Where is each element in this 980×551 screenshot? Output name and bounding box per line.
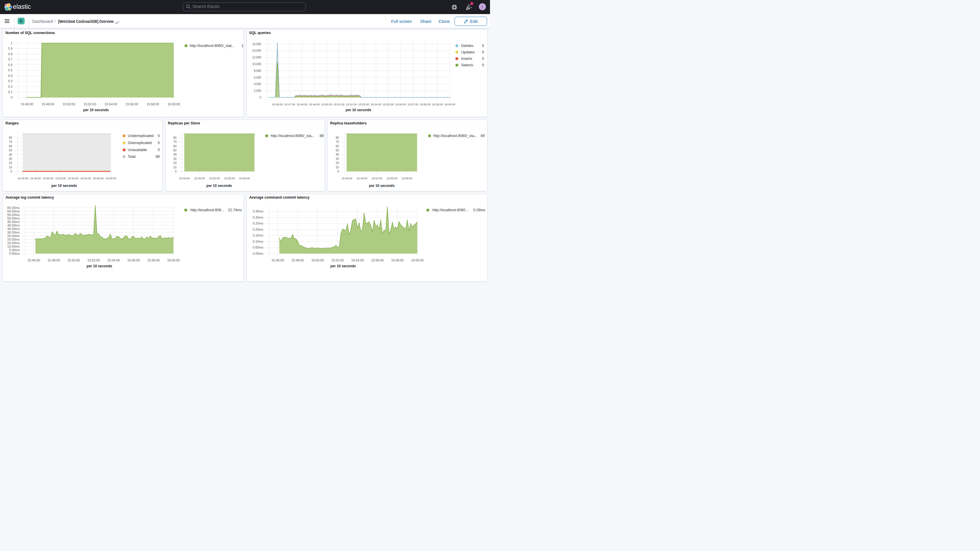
svg-text:15:58:00: 15:58:00 <box>401 177 412 180</box>
svg-text:45.00ms: 45.00ms <box>7 220 20 223</box>
svg-text:12,000: 12,000 <box>252 56 261 59</box>
svg-text:30: 30 <box>173 157 177 160</box>
svg-text:80: 80 <box>336 136 339 139</box>
svg-text:10,000: 10,000 <box>252 62 261 65</box>
svg-text:1: 1 <box>11 41 12 45</box>
svg-text:16:00:00: 16:00:00 <box>105 177 116 180</box>
svg-text:10.00ms: 10.00ms <box>7 244 20 248</box>
svg-text:50: 50 <box>9 149 12 152</box>
svg-text:0: 0 <box>337 170 339 173</box>
svg-text:15:54:00: 15:54:00 <box>370 103 381 106</box>
svg-text:80: 80 <box>173 136 177 139</box>
svg-text:0.9: 0.9 <box>8 47 12 50</box>
svg-text:15:55:00: 15:55:00 <box>387 177 397 180</box>
svg-text:5.00ms: 5.00ms <box>9 248 20 252</box>
svg-text:2,000: 2,000 <box>254 89 261 92</box>
svg-text:0: 0 <box>175 170 177 173</box>
svg-text:15:49:00: 15:49:00 <box>356 177 368 180</box>
svg-text:0.10ms: 0.10ms <box>253 239 264 243</box>
svg-text:15:56:00: 15:56:00 <box>126 102 138 106</box>
svg-text:15:56:00: 15:56:00 <box>127 258 140 262</box>
svg-text:16:00:00: 16:00:00 <box>411 258 423 262</box>
svg-text:15:49:00: 15:49:00 <box>194 177 205 180</box>
svg-text:0.3: 0.3 <box>8 79 12 83</box>
svg-text:60: 60 <box>336 144 339 148</box>
svg-text:35.00ms: 35.00ms <box>7 227 20 230</box>
svg-text:15:53:00: 15:53:00 <box>358 103 369 106</box>
svg-text:40: 40 <box>336 153 339 156</box>
svg-text:10: 10 <box>336 166 339 169</box>
svg-text:70: 70 <box>173 140 177 143</box>
svg-text:15:54:00: 15:54:00 <box>351 258 364 262</box>
svg-text:15:50:00: 15:50:00 <box>321 103 332 106</box>
svg-text:15:54:00: 15:54:00 <box>107 258 120 262</box>
svg-text:15:50:00: 15:50:00 <box>67 258 80 262</box>
svg-text:15:48:00: 15:48:00 <box>42 102 54 106</box>
svg-text:15:58:00: 15:58:00 <box>147 258 160 262</box>
svg-text:80: 80 <box>9 136 12 139</box>
svg-text:15:56:00: 15:56:00 <box>371 258 383 262</box>
svg-text:0.30ms: 0.30ms <box>253 215 264 219</box>
svg-text:15:46:00: 15:46:00 <box>18 177 29 180</box>
svg-text:16:00:00: 16:00:00 <box>444 103 455 106</box>
svg-text:15:58:00: 15:58:00 <box>93 177 103 180</box>
svg-text:15:54:00: 15:54:00 <box>105 102 117 106</box>
svg-text:15:48:00: 15:48:00 <box>291 258 304 262</box>
svg-text:55.00ms: 55.00ms <box>7 213 20 216</box>
svg-text:60.00ms: 60.00ms <box>7 209 20 213</box>
svg-text:per 10 seconds: per 10 seconds <box>346 108 371 112</box>
svg-text:60: 60 <box>9 144 12 148</box>
svg-text:15:58:00: 15:58:00 <box>239 177 250 180</box>
svg-text:per 10 seconds: per 10 seconds <box>83 108 109 112</box>
svg-text:0.7: 0.7 <box>8 57 12 61</box>
svg-text:50: 50 <box>173 149 177 152</box>
svg-text:40: 40 <box>9 153 12 156</box>
svg-text:0.2: 0.2 <box>8 84 12 88</box>
svg-text:per 10 seconds: per 10 seconds <box>206 183 232 188</box>
svg-text:20: 20 <box>9 161 12 165</box>
svg-text:0.6: 0.6 <box>8 63 12 66</box>
svg-text:15:52:00: 15:52:00 <box>346 103 356 106</box>
svg-text:15:54:00: 15:54:00 <box>68 177 79 180</box>
svg-text:15:58:00: 15:58:00 <box>146 102 159 106</box>
svg-text:per 10 seconds: per 10 seconds <box>87 264 112 268</box>
svg-text:15:46:00: 15:46:00 <box>27 258 40 262</box>
svg-text:50: 50 <box>336 149 339 152</box>
svg-text:0.1: 0.1 <box>8 90 12 94</box>
svg-text:15.00ms: 15.00ms <box>7 241 20 244</box>
svg-text:0: 0 <box>11 96 12 99</box>
svg-text:15:58:00: 15:58:00 <box>420 103 430 106</box>
svg-text:40.00ms: 40.00ms <box>7 223 20 227</box>
svg-text:0.20ms: 0.20ms <box>253 228 264 231</box>
svg-text:15:50:00: 15:50:00 <box>43 177 53 180</box>
svg-text:15:59:00: 15:59:00 <box>432 103 443 106</box>
svg-text:15:56:00: 15:56:00 <box>80 177 91 180</box>
svg-text:15:58:00: 15:58:00 <box>391 258 403 262</box>
svg-text:16,000: 16,000 <box>252 42 261 46</box>
svg-text:16:00:00: 16:00:00 <box>167 102 180 106</box>
svg-text:10: 10 <box>173 166 177 169</box>
svg-text:15:52:00: 15:52:00 <box>84 102 96 106</box>
svg-text:15:46:00: 15:46:00 <box>271 258 284 262</box>
svg-text:15:49:00: 15:49:00 <box>309 103 320 106</box>
svg-text:15:52:00: 15:52:00 <box>55 177 66 180</box>
svg-text:30: 30 <box>336 157 339 160</box>
svg-text:0.15ms: 0.15ms <box>253 234 264 237</box>
svg-text:15:46:00: 15:46:00 <box>272 103 283 106</box>
svg-text:15:52:00: 15:52:00 <box>88 258 100 262</box>
svg-text:20.00ms: 20.00ms <box>7 237 20 241</box>
svg-text:70: 70 <box>9 140 12 143</box>
svg-text:0.00ms: 0.00ms <box>253 252 264 255</box>
svg-text:15:55:00: 15:55:00 <box>383 103 393 106</box>
svg-text:15:48:00: 15:48:00 <box>296 103 307 106</box>
svg-text:25.00ms: 25.00ms <box>7 234 20 237</box>
svg-text:40: 40 <box>173 153 177 156</box>
svg-text:60: 60 <box>173 144 177 148</box>
svg-text:14,000: 14,000 <box>252 49 261 52</box>
svg-text:0.5: 0.5 <box>8 68 12 72</box>
svg-text:15:52:00: 15:52:00 <box>331 258 344 262</box>
svg-text:15:55:00: 15:55:00 <box>224 177 235 180</box>
svg-text:15:50:00: 15:50:00 <box>62 102 75 106</box>
svg-text:6,000: 6,000 <box>254 76 261 79</box>
svg-text:15:48:00: 15:48:00 <box>48 258 60 262</box>
